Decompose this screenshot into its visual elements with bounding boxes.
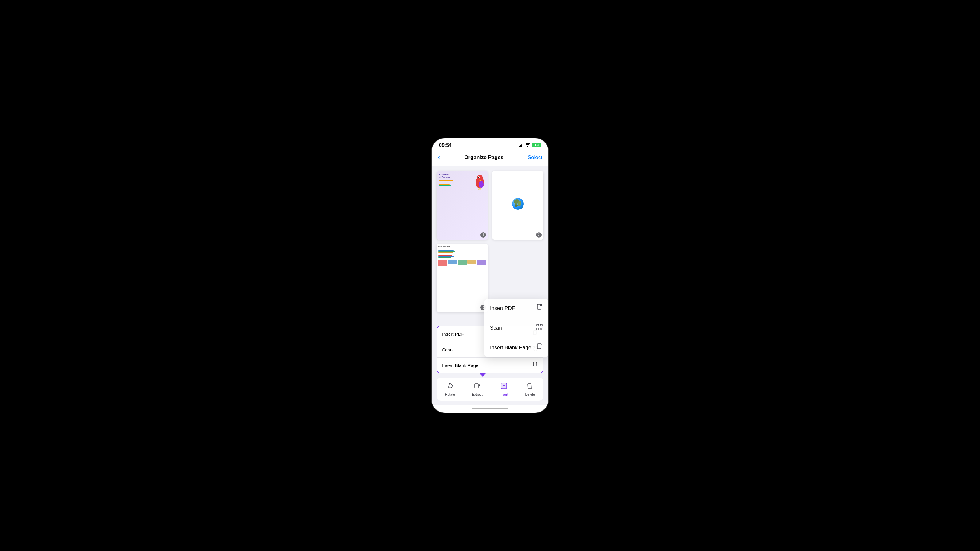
rotate-icon — [446, 382, 454, 391]
globe-illustration — [512, 198, 524, 210]
page-number-2: 2 — [536, 232, 542, 238]
extract-label: Extract — [472, 392, 483, 396]
insert-icon — [500, 382, 508, 391]
tooltip-arrow — [436, 373, 544, 376]
svg-rect-8 — [540, 324, 542, 326]
popup-large-insert-pdf[interactable]: Insert PDF — [484, 299, 548, 318]
home-bar — [472, 408, 508, 409]
status-time: 09:54 — [439, 143, 452, 148]
popup-large-scan[interactable]: Scan — [484, 318, 548, 338]
extract-button[interactable]: Extract — [468, 381, 486, 397]
svg-rect-12 — [537, 344, 541, 349]
rotate-button[interactable]: Rotate — [441, 381, 459, 397]
signal-icon — [519, 143, 523, 147]
insert-label: Insert — [500, 392, 508, 396]
svg-rect-6 — [540, 304, 542, 306]
nav-bar: ‹ Organize Pages Select — [432, 151, 548, 166]
delete-icon — [526, 382, 534, 391]
insert-blank-button[interactable]: Insert Blank Page — [437, 357, 543, 373]
popup-large: Insert PDF Scan Insert Blank Page — [484, 299, 548, 357]
svg-rect-9 — [537, 328, 539, 330]
svg-point-4 — [479, 181, 484, 188]
pages-grid: Essentialsof Ecology — [432, 166, 548, 317]
parrot-illustration — [473, 173, 487, 191]
svg-rect-21 — [475, 384, 478, 388]
status-icons: 5G+ — [519, 143, 541, 148]
page-thumb-1[interactable]: Essentialsof Ecology — [436, 171, 488, 240]
svg-rect-7 — [537, 324, 539, 326]
wifi-icon — [525, 143, 530, 148]
insert-button[interactable]: Insert — [496, 381, 512, 397]
svg-rect-20 — [533, 362, 536, 366]
status-bar: 09:54 5G+ — [432, 138, 548, 151]
page-thumb-3[interactable]: DATA ANALYSIS — [436, 244, 488, 312]
rotate-label: Rotate — [445, 392, 455, 396]
battery-badge: 5G+ — [532, 143, 541, 148]
page-thumb-2[interactable]: 2 — [492, 171, 544, 240]
toolbar: Rotate Extract Insert — [436, 378, 544, 400]
ecology-thumbnail: Essentialsof Ecology — [436, 171, 488, 240]
delete-label: Delete — [525, 392, 535, 396]
page-title: Organize Pages — [464, 154, 504, 160]
data-title: DATA ANALYSIS — [438, 246, 486, 248]
back-button[interactable]: ‹ — [438, 154, 440, 162]
data-thumbnail: DATA ANALYSIS — [436, 244, 488, 312]
popup-large-blank-page[interactable]: Insert Blank Page — [484, 338, 548, 357]
svg-point-3 — [478, 176, 479, 178]
select-button[interactable]: Select — [528, 154, 542, 160]
delete-button[interactable]: Delete — [521, 381, 539, 397]
home-indicator — [432, 405, 548, 413]
globe-thumbnail — [492, 171, 544, 240]
data-chart — [438, 249, 486, 266]
extract-icon — [474, 382, 481, 391]
page-number-1: 1 — [480, 232, 486, 238]
globe-legend — [508, 211, 528, 212]
